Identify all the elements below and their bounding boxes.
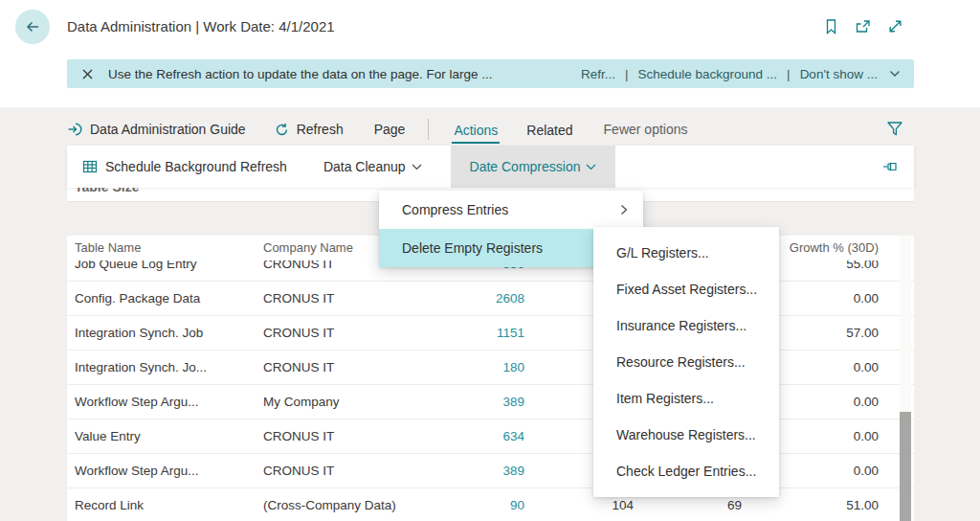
- data-cleanup-label: Data Cleanup: [323, 159, 406, 174]
- cell-table-name: Integration Synch. Job: [75, 316, 256, 351]
- refresh-button[interactable]: Refresh: [275, 122, 344, 137]
- data-administration-guide-button[interactable]: Data Administration Guide: [67, 122, 246, 137]
- table-grid-icon: [82, 159, 98, 174]
- page-label: Page: [374, 122, 406, 137]
- refresh-label: Refresh: [297, 122, 344, 137]
- bookmark-icon[interactable]: [823, 18, 839, 35]
- tab-related[interactable]: Related: [524, 116, 574, 144]
- cell-table-name: Integration Synch. Jo...: [75, 351, 256, 385]
- cell-growth: 57.00: [783, 316, 879, 351]
- filter-icon[interactable]: [886, 121, 903, 137]
- data-administration-page: Data Administration | Work Date: 4/1/202…: [0, 0, 980, 521]
- table-row[interactable]: Workflow Step Argu... My Company 389 0.0…: [67, 385, 914, 419]
- submenu-item-insurance-registers[interactable]: Insurance Registers...: [593, 307, 779, 344]
- menu-item-compress-entries[interactable]: Compress Entries: [379, 191, 643, 229]
- cell-record-count-link[interactable]: 389: [421, 454, 524, 488]
- tab-actions[interactable]: Actions: [452, 116, 500, 144]
- cell-company-name: (Cross-Company Data): [263, 488, 431, 521]
- notification-link-schedule-background[interactable]: Schedule background ...: [638, 67, 778, 81]
- menu-item-label: Compress Entries: [402, 202, 620, 217]
- expand-icon[interactable]: [887, 18, 903, 35]
- submenu-item-fixed-asset-registers[interactable]: Fixed Asset Registers...: [593, 271, 779, 307]
- cell-table-name: Config. Package Data: [75, 282, 256, 316]
- submenu-item-check-ledger-entries[interactable]: Check Ledger Entries...: [593, 453, 779, 489]
- cell-record-count-link[interactable]: 634: [421, 419, 524, 454]
- cell-table-name: Job Queue Log Entry: [75, 260, 256, 282]
- cell-company-name: CRONUS IT: [263, 282, 431, 316]
- chevron-down-icon: [412, 164, 422, 170]
- schedule-background-refresh-button[interactable]: Schedule Background Refresh: [82, 159, 287, 174]
- cell-company-name: CRONUS IT: [263, 419, 431, 454]
- page-title: Data Administration | Work Date: 4/1/202…: [67, 0, 335, 54]
- link-separator: |: [625, 67, 629, 81]
- cell-company-name: My Company: [263, 385, 431, 419]
- delete-empty-registers-submenu: G/L Registers... Fixed Asset Registers..…: [593, 227, 779, 497]
- guide-arrow-icon: [67, 122, 82, 137]
- column-header-growth[interactable]: Growth % (30D): [783, 236, 879, 260]
- table-row[interactable]: Value Entry CRONUS IT 634 0.00: [67, 419, 914, 454]
- cell-record-count-link[interactable]: 90: [421, 488, 524, 521]
- table-size-list: Table Name Company Name Growth % (30D) J…: [67, 236, 914, 521]
- submenu-item-warehouse-registers[interactable]: Warehouse Registers...: [593, 417, 779, 453]
- back-arrow-icon: [24, 18, 41, 35]
- table-row[interactable]: Config. Package Data CRONUS IT 2608 0.00: [67, 282, 914, 316]
- back-button[interactable]: [15, 10, 50, 44]
- submenu-item-resource-registers[interactable]: Resource Registers...: [593, 344, 779, 380]
- pin-icon[interactable]: [882, 159, 899, 174]
- cell-growth: 55.00: [783, 260, 879, 282]
- table-row[interactable]: Integration Synch. Jo... CRONUS IT 180 0…: [67, 351, 914, 385]
- actions-toolbar: Schedule Background Refresh Data Cleanup…: [67, 146, 914, 188]
- chevron-right-icon: [620, 204, 628, 215]
- data-cleanup-menu-button[interactable]: Data Cleanup: [323, 159, 422, 174]
- refresh-icon: [275, 123, 289, 137]
- cell-company-name: CRONUS IT: [263, 454, 431, 488]
- notification-message: Use the Refresh action to update the dat…: [108, 67, 581, 81]
- table-row[interactable]: Integration Synch. Job CRONUS IT 1151 57…: [67, 316, 914, 351]
- cell-record-count-link[interactable]: 2608: [421, 282, 524, 316]
- chevron-down-icon: [586, 164, 596, 170]
- action-bar: Data Administration Guide Refresh Page A…: [67, 113, 919, 146]
- table-row[interactable]: Record Link (Cross-Company Data) 90 104 …: [67, 488, 914, 521]
- cell-table-name: Workflow Step Argu...: [75, 385, 256, 419]
- divider: [428, 119, 429, 140]
- chevron-down-icon[interactable]: [889, 70, 901, 78]
- notification-banner: Use the Refresh action to update the dat…: [67, 59, 914, 88]
- cell-table-name: Record Link: [75, 488, 256, 521]
- date-compression-menu-button[interactable]: Date Compression: [451, 146, 616, 188]
- table-body: Job Queue Log Entry CRONUS IT 556 55.00 …: [67, 260, 914, 521]
- notification-link-refresh[interactable]: Refr...: [581, 67, 615, 81]
- cell-growth: 0.00: [783, 351, 879, 385]
- cell-record-count-link[interactable]: 389: [421, 385, 524, 419]
- open-in-window-icon[interactable]: [855, 18, 872, 35]
- date-compression-label: Date Compression: [470, 159, 581, 174]
- cell-growth: 51.00: [783, 488, 879, 521]
- submenu-item-item-registers[interactable]: Item Registers...: [593, 380, 779, 417]
- notification-link-dont-show[interactable]: Don't show ...: [800, 67, 878, 81]
- menu-item-label: Delete Empty Registers: [402, 240, 620, 256]
- page-menu-button[interactable]: Page: [374, 122, 406, 137]
- cell-growth: 0.00: [783, 454, 879, 488]
- table-row[interactable]: Workflow Step Argu... CRONUS IT 389 0.00: [67, 454, 914, 488]
- link-separator: |: [787, 67, 791, 81]
- cell-table-name: Workflow Step Argu...: [75, 454, 256, 488]
- cell-table-name: Value Entry: [75, 419, 256, 454]
- top-bar: Data Administration | Work Date: 4/1/202…: [0, 0, 980, 54]
- cell-company-name: CRONUS IT: [263, 351, 431, 385]
- submenu-item-gl-registers[interactable]: G/L Registers...: [593, 235, 779, 271]
- close-icon[interactable]: [82, 69, 93, 79]
- cell-growth: 0.00: [783, 385, 879, 419]
- scrollbar-thumb[interactable]: [900, 412, 911, 521]
- guide-label: Data Administration Guide: [90, 122, 246, 137]
- cell-record-count-link[interactable]: 180: [421, 351, 524, 385]
- schedule-background-refresh-label: Schedule Background Refresh: [105, 159, 287, 174]
- fewer-options-button[interactable]: Fewer options: [604, 122, 688, 137]
- cell-growth: 0.00: [783, 282, 879, 316]
- column-header-table-name[interactable]: Table Name: [75, 236, 256, 260]
- cell-company-name: CRONUS IT: [263, 316, 431, 351]
- cell-record-count-link[interactable]: 1151: [421, 316, 524, 351]
- cell-growth: 0.00: [783, 419, 879, 454]
